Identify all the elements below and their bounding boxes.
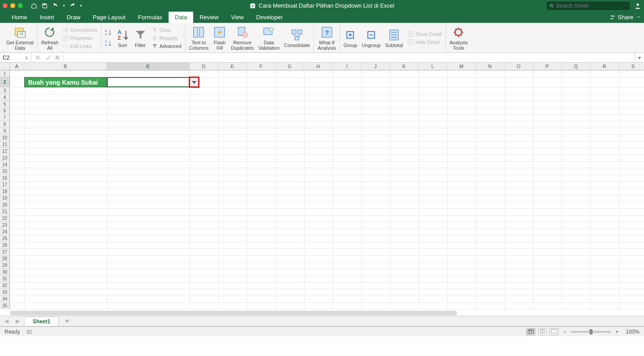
col-header-P[interactable]: P (533, 63, 562, 70)
row-header-5[interactable]: 5 (0, 101, 9, 107)
connections-button[interactable]: Connections (61, 26, 98, 34)
row-header-19[interactable]: 19 (0, 195, 9, 202)
row-header-32[interactable]: 32 (0, 282, 9, 289)
col-header-O[interactable]: O (504, 63, 533, 70)
dropdown-arrow-button[interactable] (189, 77, 199, 88)
row-header-17[interactable]: 17 (0, 181, 9, 188)
row-header-35[interactable]: 35 (0, 302, 9, 309)
zoom-slider[interactable] (571, 331, 611, 333)
flash-fill-button[interactable]: Flash Fill (212, 25, 227, 51)
tab-review[interactable]: Review (193, 12, 225, 23)
col-header-Q[interactable]: Q (562, 63, 590, 70)
cells-area[interactable]: Buah yang Kamu Sukai (10, 70, 644, 309)
row-header-9[interactable]: 9 (0, 128, 9, 134)
col-header-N[interactable]: N (476, 63, 504, 70)
zoom-window-icon[interactable] (18, 3, 23, 8)
column-headers[interactable]: ABCDEFGHIJKLMNOPQRS (10, 63, 644, 70)
share-button[interactable]: Share (610, 14, 633, 21)
row-header-29[interactable]: 29 (0, 262, 9, 269)
refresh-all-button[interactable]: Refresh All (40, 25, 59, 51)
col-header-M[interactable]: M (447, 63, 476, 70)
row-header-27[interactable]: 27 (0, 249, 9, 255)
col-header-E[interactable]: E (218, 63, 247, 70)
row-header-13[interactable]: 13 (0, 154, 9, 161)
col-header-F[interactable]: F (247, 63, 275, 70)
col-header-J[interactable]: J (361, 63, 390, 70)
get-external-data-button[interactable]: Get External Data (5, 25, 34, 51)
add-sheet-button[interactable]: + (60, 317, 73, 325)
row-header-21[interactable]: 21 (0, 208, 9, 215)
sort-asc-icon[interactable]: AZ (104, 29, 112, 37)
horizontal-scrollbar[interactable] (10, 310, 457, 316)
row-header-1[interactable]: 1 (0, 70, 9, 77)
zoom-level[interactable]: 100% (626, 329, 640, 335)
close-window-icon[interactable] (3, 3, 8, 8)
row-header-31[interactable]: 31 (0, 275, 9, 282)
row-headers[interactable]: 1234567891011121314151617181920212223242… (0, 70, 10, 309)
save-icon[interactable] (42, 3, 48, 9)
row-header-30[interactable]: 30 (0, 269, 9, 275)
search-sheet-box[interactable] (547, 2, 630, 10)
row-header-28[interactable]: 28 (0, 255, 9, 262)
fx-label[interactable]: fx (55, 55, 59, 61)
select-all-corner[interactable] (0, 63, 10, 70)
text-to-columns-button[interactable]: Text to Columns (188, 25, 209, 51)
row-header-22[interactable]: 22 (0, 215, 9, 222)
col-header-B[interactable]: B (24, 63, 107, 70)
col-header-K[interactable]: K (390, 63, 419, 70)
normal-view-button[interactable] (526, 328, 535, 335)
undo-icon[interactable] (52, 3, 59, 9)
sheet-tab-sheet1[interactable]: Sheet1 (24, 317, 59, 326)
macro-record-icon[interactable] (26, 329, 33, 335)
what-if-analysis-button[interactable]: ?What-If Analysis (317, 25, 337, 51)
row-header-23[interactable]: 23 (0, 222, 9, 228)
col-header-H[interactable]: H (304, 63, 333, 70)
row-header-10[interactable]: 10 (0, 134, 9, 141)
row-header-18[interactable]: 18 (0, 188, 9, 195)
worksheet-grid[interactable]: ABCDEFGHIJKLMNOPQRS 12345678910111213141… (0, 63, 644, 316)
tab-developer[interactable]: Developer (250, 12, 289, 23)
account-icon[interactable] (634, 2, 641, 9)
cell-c2-selected[interactable] (107, 77, 190, 87)
row-header-16[interactable]: 16 (0, 175, 9, 181)
sheet-nav-prev-icon[interactable]: ◀ (2, 318, 11, 324)
consolidate-button[interactable]: Consolidate (283, 27, 311, 49)
filter-button[interactable]: Filter (133, 27, 148, 49)
tab-page-layout[interactable]: Page Layout (87, 12, 132, 23)
minimize-window-icon[interactable] (10, 3, 15, 8)
cell-b2[interactable]: Buah yang Kamu Sukai (24, 77, 107, 87)
col-header-D[interactable]: D (190, 63, 218, 70)
tab-home[interactable]: Home (5, 12, 34, 23)
row-header-8[interactable]: 8 (0, 121, 9, 128)
row-header-25[interactable]: 25 (0, 235, 9, 242)
home-icon[interactable] (31, 3, 37, 9)
tab-draw[interactable]: Draw (60, 12, 86, 23)
row-header-4[interactable]: 4 (0, 94, 9, 101)
search-input[interactable] (556, 3, 627, 9)
row-header-33[interactable]: 33 (0, 289, 9, 296)
row-header-14[interactable]: 14 (0, 161, 9, 168)
row-header-11[interactable]: 11 (0, 141, 9, 148)
zoom-in-button[interactable]: + (614, 329, 620, 335)
col-header-A[interactable]: A (10, 63, 24, 70)
expand-formula-bar-icon[interactable]: ▾ (635, 55, 644, 61)
customize-qa-icon[interactable]: ▾ (80, 4, 82, 8)
col-header-L[interactable]: L (419, 63, 447, 70)
subtotal-button[interactable]: Subtotal (384, 27, 404, 49)
data-validation-button[interactable]: Data Validation (258, 25, 281, 51)
col-header-S[interactable]: S (619, 63, 644, 70)
group-button[interactable]: Group (343, 27, 358, 49)
tab-view[interactable]: View (225, 12, 250, 23)
row-header-20[interactable]: 20 (0, 202, 9, 208)
undo-dropdown-icon[interactable]: ▾ (63, 4, 65, 8)
advanced-filter-button[interactable]: Advanced (151, 43, 182, 50)
tab-data[interactable]: Data (169, 12, 193, 23)
sheet-nav-next-icon[interactable]: ▶ (13, 318, 22, 324)
page-break-view-button[interactable] (550, 328, 559, 335)
row-header-15[interactable]: 15 (0, 168, 9, 175)
collapse-ribbon-icon[interactable] (636, 14, 641, 20)
formula-input[interactable] (63, 53, 635, 62)
col-header-R[interactable]: R (590, 63, 619, 70)
row-header-3[interactable]: 3 (0, 87, 9, 94)
remove-duplicates-button[interactable]: Remove Duplicates (230, 25, 254, 51)
